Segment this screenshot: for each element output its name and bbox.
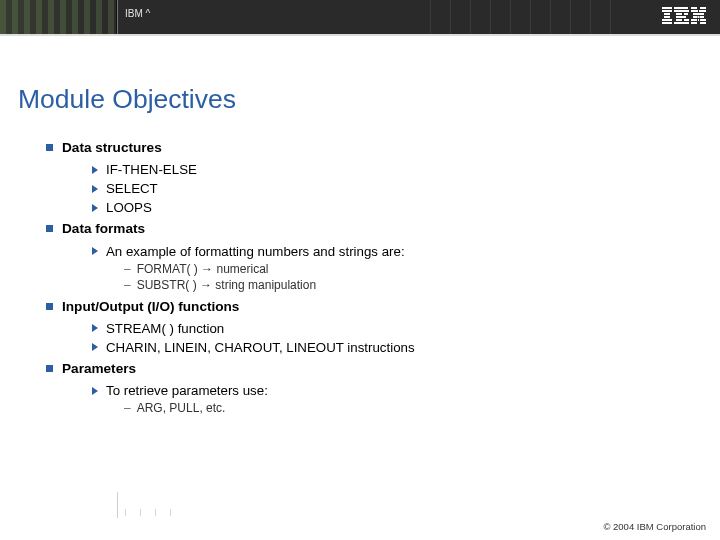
svg-rect-12	[684, 19, 689, 21]
svg-rect-25	[700, 19, 706, 21]
bullet-triangle-icon	[92, 324, 98, 332]
section-title: Data structures	[62, 139, 162, 156]
list-item: SELECT	[92, 180, 720, 197]
section-header: Data structures	[46, 139, 720, 156]
bullet-dash-icon: –	[124, 401, 131, 416]
list-item-text: SELECT	[106, 180, 158, 197]
page-title: Module Objectives	[18, 84, 720, 115]
svg-rect-20	[697, 13, 700, 15]
list-item: IF-THEN-ELSE	[92, 161, 720, 178]
bullet-triangle-icon	[92, 204, 98, 212]
title-spacer	[0, 36, 720, 84]
sub-list-item: –ARG, PULL, etc.	[124, 401, 720, 416]
svg-rect-15	[700, 7, 706, 9]
list-item-text: CHARIN, LINEIN, CHAROUT, LINEOUT instruc…	[106, 339, 415, 356]
list-item-text: To retrieve parameters use:	[106, 382, 268, 399]
svg-rect-24	[691, 19, 697, 21]
svg-rect-11	[676, 19, 682, 21]
svg-rect-2	[664, 13, 670, 15]
list-item-text: STREAM( ) function	[106, 320, 224, 337]
footer-copyright: © 2004 IBM Corporation	[603, 521, 706, 532]
sub-list-item-text: SUBSTR( ) → string manipulation	[137, 278, 316, 293]
bullet-triangle-icon	[92, 387, 98, 395]
section-title: Parameters	[62, 360, 136, 377]
section-title: Data formats	[62, 220, 145, 237]
footer-tick	[170, 509, 171, 516]
footer-tick	[155, 509, 156, 516]
bullet-square-icon	[46, 303, 53, 310]
svg-rect-23	[698, 16, 700, 18]
svg-rect-6	[674, 7, 688, 9]
svg-rect-18	[693, 13, 697, 15]
list-item-text: An example of formatting numbers and str…	[106, 243, 405, 260]
svg-rect-10	[676, 16, 686, 18]
slide: IBM ^	[0, 0, 720, 540]
header-art-ticks	[430, 0, 630, 34]
list-item: An example of formatting numbers and str…	[92, 243, 720, 260]
bullet-triangle-icon	[92, 343, 98, 351]
section-header: Input/Output (I/O) functions	[46, 298, 720, 315]
list-item: To retrieve parameters use:	[92, 382, 720, 399]
list-item: CHARIN, LINEIN, CHAROUT, LINEOUT instruc…	[92, 339, 720, 356]
section-parameters: Parameters To retrieve parameters use: –…	[46, 360, 720, 417]
svg-rect-1	[662, 10, 672, 12]
sub-list-item-text: ARG, PULL, etc.	[137, 401, 226, 416]
section-data-formats: Data formats An example of formatting nu…	[46, 220, 720, 293]
svg-rect-22	[700, 16, 704, 18]
sub-list-item: –FORMAT( ) → numerical	[124, 262, 720, 277]
list-item-text: LOOPS	[106, 199, 152, 216]
section-data-structures: Data structures IF-THEN-ELSE SELECT LOOP…	[46, 139, 720, 216]
header-art-left	[0, 0, 120, 34]
footer-tick	[140, 509, 141, 516]
section-io-functions: Input/Output (I/O) functions STREAM( ) f…	[46, 298, 720, 356]
svg-rect-13	[674, 22, 689, 24]
bullet-triangle-icon	[92, 166, 98, 174]
svg-rect-7	[674, 10, 689, 12]
bullet-square-icon	[46, 365, 53, 372]
svg-rect-9	[684, 13, 688, 15]
svg-rect-16	[691, 10, 698, 12]
bullet-dash-icon: –	[124, 262, 131, 277]
section-title: Input/Output (I/O) functions	[62, 298, 239, 315]
section-header: Data formats	[46, 220, 720, 237]
footer-art	[0, 492, 260, 518]
svg-rect-0	[662, 7, 672, 9]
section-header: Parameters	[46, 360, 720, 377]
bullet-dash-icon: –	[124, 278, 131, 293]
svg-rect-14	[691, 7, 697, 9]
sub-list-item-text: FORMAT( ) → numerical	[137, 262, 269, 277]
svg-rect-17	[699, 10, 706, 12]
svg-rect-3	[664, 16, 670, 18]
header-divider	[117, 0, 118, 34]
list-item: LOOPS	[92, 199, 720, 216]
header-bar: IBM ^	[0, 0, 720, 34]
footer-tick	[125, 509, 126, 516]
bullet-triangle-icon	[92, 247, 98, 255]
header-brand-label: IBM ^	[125, 8, 150, 19]
list-item: STREAM( ) function	[92, 320, 720, 337]
bullet-square-icon	[46, 144, 53, 151]
svg-rect-5	[662, 22, 672, 24]
list-item-text: IF-THEN-ELSE	[106, 161, 197, 178]
content-body: Data structures IF-THEN-ELSE SELECT LOOP…	[46, 139, 720, 417]
footer-divider	[117, 492, 118, 518]
svg-rect-4	[662, 19, 672, 21]
bullet-triangle-icon	[92, 185, 98, 193]
bullet-square-icon	[46, 225, 53, 232]
svg-rect-26	[698, 19, 699, 21]
svg-rect-27	[691, 22, 697, 24]
svg-rect-28	[700, 22, 706, 24]
svg-rect-21	[693, 16, 697, 18]
svg-rect-8	[676, 13, 682, 15]
ibm-logo-icon	[662, 7, 706, 29]
svg-rect-19	[700, 13, 704, 15]
sub-list-item: –SUBSTR( ) → string manipulation	[124, 278, 720, 293]
